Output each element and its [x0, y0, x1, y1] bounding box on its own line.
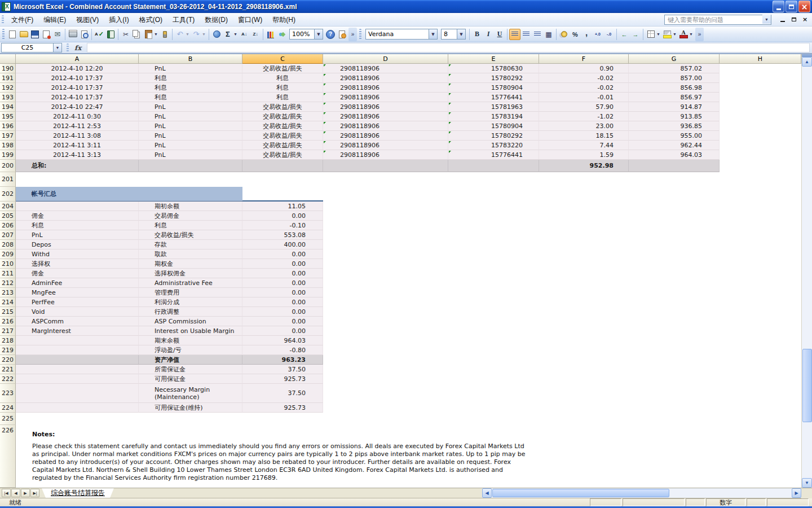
cell-A197[interactable]: 2012-4-11 3:08 [16, 131, 139, 141]
cell-B195[interactable]: PnL [139, 112, 242, 121]
cell-B214[interactable]: 利润分成 [139, 297, 242, 307]
menu-edit[interactable]: 编辑(E) [38, 14, 71, 25]
cell-C215[interactable]: 0.00 [242, 307, 323, 317]
cell-E192[interactable]: 15780904 [448, 83, 539, 93]
cell-B219[interactable]: 浮动盈/亏 [139, 345, 242, 355]
cell-A217[interactable]: MargInterest [16, 326, 139, 336]
cell-A220[interactable] [16, 355, 139, 365]
cell-B193[interactable]: 利息 [139, 93, 242, 102]
insert-function-icon[interactable]: fx [74, 44, 81, 52]
cell-F195[interactable]: -1.02 [539, 112, 629, 121]
align-right-icon[interactable] [532, 29, 543, 40]
font-color-icon[interactable]: A [678, 29, 689, 40]
spelling-icon[interactable]: ✓ [94, 29, 105, 40]
font-size-combo[interactable]: 8▼ [441, 29, 466, 40]
zoom-combo[interactable]: 100%▼ [289, 29, 323, 40]
cell-B211[interactable]: 选择权佣金 [139, 269, 242, 278]
cell-A216[interactable]: ASPComm [16, 317, 139, 326]
column-header-C[interactable]: C [242, 54, 323, 64]
document-search-icon[interactable] [336, 29, 347, 40]
cell-A223[interactable] [16, 384, 139, 403]
cut-icon[interactable]: ✂ [120, 29, 131, 40]
workbook-close-button[interactable]: × [800, 15, 810, 24]
cell-A198[interactable]: 2012-4-11 3:11 [16, 141, 139, 150]
cell-E196[interactable]: 15780904 [448, 121, 539, 131]
cell-G190[interactable]: 857.02 [629, 64, 720, 73]
cell-G199[interactable]: 964.03 [629, 150, 720, 160]
cell-A212[interactable]: AdminFee [16, 278, 139, 288]
menu-help[interactable]: 帮助(H) [267, 14, 301, 25]
align-left-icon[interactable] [509, 29, 520, 40]
cell-C212[interactable]: 0.00 [242, 278, 323, 288]
cell-C195[interactable]: 交易收益/损失 [242, 112, 323, 121]
borders-icon[interactable] [645, 29, 656, 40]
row-header-202[interactable]: 202 [0, 187, 16, 202]
scroll-down-icon[interactable]: ▼ [802, 478, 812, 488]
cell-A192[interactable]: 2012-4-10 17:37 [16, 83, 139, 93]
cell-C198[interactable]: 交易收益/损失 [242, 141, 323, 150]
cell-A214[interactable]: PerfFee [16, 297, 139, 307]
zoom-combo-dropdown-icon[interactable]: ▼ [314, 29, 323, 39]
redo-dropdown[interactable]: ▼ [201, 29, 207, 40]
cell-B215[interactable]: 行政调整 [139, 307, 242, 317]
minimize-button[interactable] [773, 1, 784, 12]
align-center-icon[interactable] [520, 29, 532, 40]
cell-G200[interactable] [629, 160, 720, 172]
format-painter-icon[interactable] [159, 29, 170, 40]
cell-F193[interactable]: -0.01 [539, 93, 629, 102]
cell-B220[interactable]: 资产净值 [139, 355, 242, 365]
cell-A215[interactable]: Void [16, 307, 139, 317]
font-size-combo-dropdown-icon[interactable]: ▼ [457, 29, 465, 39]
row-header-201[interactable]: 201 [0, 172, 16, 187]
row-header-220[interactable]: 220 [0, 355, 16, 365]
cell-D205[interactable] [323, 211, 801, 221]
cell-C207[interactable]: 553.08 [242, 230, 323, 240]
cell-H200[interactable] [720, 160, 801, 172]
name-box[interactable]: C25 [1, 43, 53, 52]
cell-A211[interactable]: 佣金 [16, 269, 139, 278]
decrease-decimal-icon[interactable]: -.0 [603, 29, 615, 40]
cell-C208[interactable]: 400.00 [242, 240, 323, 249]
vertical-scroll-track[interactable] [802, 67, 812, 478]
currency-style-icon[interactable] [558, 29, 570, 40]
cell-A219[interactable] [16, 345, 139, 355]
cell-E199[interactable]: 15776441 [448, 150, 539, 160]
cell-G191[interactable]: 857.00 [629, 73, 720, 83]
cell-C220[interactable]: 963.23 [242, 355, 323, 365]
print-preview-icon[interactable] [78, 29, 90, 40]
cell-A195[interactable]: 2012-4-11 0:30 [16, 112, 139, 121]
row-header-194[interactable]: 194 [0, 102, 16, 112]
cell-grid[interactable]: ABCDEFGH1902012-4-10 12:20PnL交易收益/损失2908… [0, 54, 801, 488]
cell-E197[interactable]: 15780292 [448, 131, 539, 141]
cell-D220[interactable] [323, 355, 801, 365]
cell-F198[interactable]: 7.44 [539, 141, 629, 150]
cell-F191[interactable]: -0.02 [539, 73, 629, 83]
cell-H199[interactable] [720, 150, 801, 160]
cell-D198[interactable]: 2908118906 [323, 141, 448, 150]
formula-input[interactable] [87, 43, 810, 52]
cell-D192[interactable]: 2908118906 [323, 83, 448, 93]
menu-tools[interactable]: 工具(T) [167, 14, 200, 25]
row-header-195[interactable]: 195 [0, 112, 16, 121]
cell-D200[interactable] [323, 160, 448, 172]
row-header-219[interactable]: 219 [0, 345, 16, 355]
autosum-icon[interactable]: Σ [222, 29, 233, 40]
empty-row-225[interactable] [16, 413, 801, 425]
cell-C190[interactable]: 交易收益/损失 [242, 64, 323, 73]
cell-A221[interactable] [16, 365, 139, 374]
prev-sheet-button[interactable]: ◀ [11, 489, 20, 497]
cell-D213[interactable] [323, 288, 801, 297]
italic-icon[interactable]: I [483, 29, 494, 40]
row-header-225[interactable]: 225 [0, 413, 16, 425]
cell-F194[interactable]: 57.90 [539, 102, 629, 112]
cell-C206[interactable]: -0.10 [242, 221, 323, 230]
cell-B199[interactable]: PnL [139, 150, 242, 160]
row-header-211[interactable]: 211 [0, 269, 16, 278]
scroll-right-icon[interactable]: ▶ [792, 488, 801, 498]
cell-D222[interactable] [323, 374, 801, 384]
cell-H196[interactable] [720, 121, 801, 131]
cell-C200[interactable] [242, 160, 323, 172]
cell-D206[interactable] [323, 221, 801, 230]
cell-D224[interactable] [323, 403, 801, 413]
cell-E194[interactable]: 15781963 [448, 102, 539, 112]
